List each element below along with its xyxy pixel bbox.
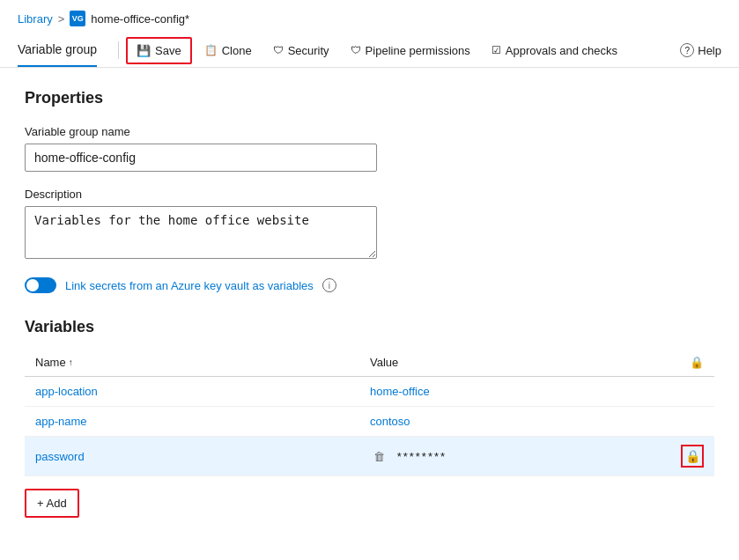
col-header-lock: 🔒 [670,349,714,377]
properties-section: Properties Variable group name Descripti… [25,89,714,293]
var-value-link[interactable]: home-office [370,385,430,398]
main-content: Properties Variable group name Descripti… [0,68,739,539]
var-lock-cell [670,407,714,437]
var-name-link[interactable]: password [35,450,85,463]
save-icon: 💾 [137,44,151,57]
security-label: Security [288,44,329,57]
save-label: Save [155,44,181,57]
breadcrumb-sep: > [58,12,65,26]
var-lock-cell: 🔒 [670,437,714,476]
toggle-label[interactable]: Link secrets from an Azure key vault as … [65,279,314,292]
table-row: app-name contoso [25,407,714,437]
table-row: app-location home-office [25,377,714,407]
pipeline-permissions-label: Pipeline permissions [366,44,470,57]
var-value-link[interactable]: contoso [370,415,410,428]
var-name-cell: password [25,437,359,476]
save-button[interactable]: 💾 Save [126,37,192,64]
description-field-group: Description Variables for the home offic… [25,188,714,262]
var-value-cell: 🗑 ******** [359,437,670,476]
security-button[interactable]: 🛡 Security [264,39,338,63]
toolbar: Variable group 💾 Save 📋 Clone 🛡 Security… [0,33,739,68]
approvals-icon: ☑ [491,44,501,56]
sort-arrow: ↑ [69,357,73,367]
name-label: Variable group name [25,125,714,138]
table-row: password 🗑 ******** 🔒 [25,437,714,476]
keyvault-toggle[interactable] [25,277,56,293]
toolbar-divider [118,41,119,59]
add-variable-button[interactable]: + Add [25,489,79,518]
lock-variable-button[interactable]: 🔒 [681,445,704,468]
pipeline-icon: 🛡 [351,44,361,56]
var-name-cell: app-location [25,377,359,407]
var-value-cell: home-office [359,377,670,407]
properties-title: Properties [25,89,714,107]
help-label: Help [698,44,721,57]
variables-title: Variables [25,318,714,336]
breadcrumb-library[interactable]: Library [18,12,53,26]
toggle-row: Link secrets from an Azure key vault as … [25,277,714,293]
description-input[interactable]: Variables for the home office website [25,206,377,259]
clone-label: Clone [222,44,252,57]
help-button[interactable]: ? Help [680,43,721,57]
variables-table: Name ↑ Value 🔒 app-location [25,349,714,476]
tab-variable-group-label: Variable group [18,42,97,56]
name-input[interactable] [25,144,377,172]
pipeline-permissions-button[interactable]: 🛡 Pipeline permissions [342,39,479,63]
help-icon: ? [680,43,694,57]
approvals-label: Approvals and checks [506,44,617,57]
var-name-cell: app-name [25,407,359,437]
col-header-value: Value [359,349,670,377]
var-secret-value: ******** [397,450,447,463]
breadcrumb-icon: VG [70,11,85,26]
tab-variable-group[interactable]: Variable group [18,33,97,67]
breadcrumb: Library > VG home-office-config* [0,0,739,33]
delete-variable-button[interactable]: 🗑 [370,448,388,465]
var-value-cell: contoso [359,407,670,437]
col-name-label: Name [35,356,66,369]
description-label: Description [25,188,714,201]
breadcrumb-current: home-office-config* [91,12,189,26]
variables-section: Variables Name ↑ Value 🔒 [25,318,714,518]
name-sort[interactable]: Name ↑ [35,356,73,369]
add-label: + Add [37,497,67,510]
shield-icon: 🛡 [273,44,284,56]
var-name-link[interactable]: app-name [35,415,87,428]
var-lock-cell [670,377,714,407]
approvals-button[interactable]: ☑ Approvals and checks [483,39,626,63]
col-header-name: Name ↑ [25,349,359,377]
lock-header-icon: 🔒 [690,356,704,369]
table-header-row: Name ↑ Value 🔒 [25,349,714,377]
var-name-link[interactable]: app-location [35,385,98,398]
toggle-knob [26,279,39,291]
clone-icon: 📋 [204,44,218,56]
clone-button[interactable]: 📋 Clone [196,39,261,63]
info-icon[interactable]: i [322,278,336,292]
name-field-group: Variable group name [25,125,714,172]
